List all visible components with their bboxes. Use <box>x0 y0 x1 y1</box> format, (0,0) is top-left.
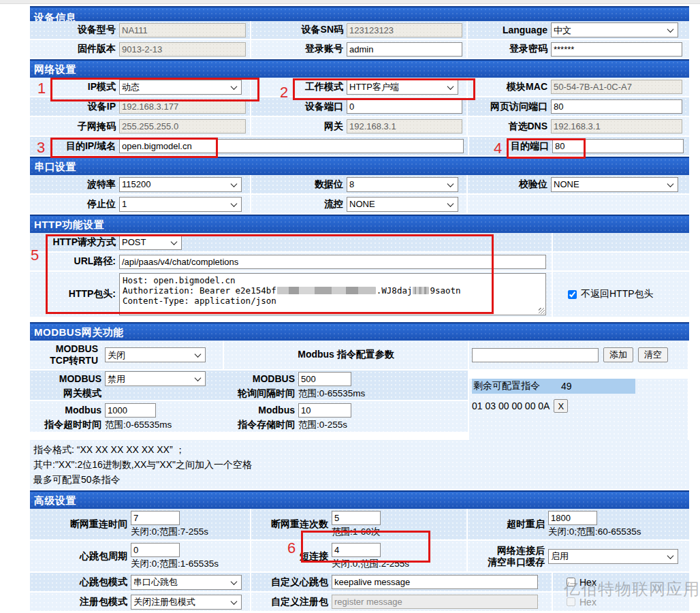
heartbeat-period-input[interactable] <box>131 543 180 557</box>
dest-port-input[interactable] <box>552 139 684 153</box>
clear-button[interactable]: 清空 <box>638 347 668 362</box>
http-header-host: Host: open.bigmodel.cn <box>123 275 543 285</box>
dns-input[interactable] <box>551 119 682 133</box>
table-row: 固件版本 登录账号 登录密码 <box>30 40 689 59</box>
ip-mode-select[interactable]: 动态 <box>119 80 242 95</box>
http-method-select[interactable]: POST <box>119 235 182 250</box>
custom-heartbeat-label: 自定义心跳包 <box>251 576 332 588</box>
modbus-cmd-config-label: Modbus 指令配置参数 <box>223 341 468 369</box>
delete-command-button[interactable]: X <box>554 399 568 413</box>
modbus-poll-label: MODBUS <box>229 373 295 385</box>
gateway-input[interactable] <box>347 119 462 133</box>
url-path-label: URL路径: <box>30 255 119 268</box>
table-row: 子网掩码 网关 首选DNS <box>30 117 689 137</box>
url-path-input[interactable] <box>119 255 546 269</box>
section-header-network: 网络设置 <box>30 59 689 78</box>
clear-cache-select[interactable]: 启用 <box>548 549 678 564</box>
module-mac-input[interactable] <box>551 80 682 94</box>
modbus-store-hint: 范围:0-255s <box>298 419 351 430</box>
modbus-command-item: 01 03 00 00 00 0A X <box>472 399 688 413</box>
subnet-mask-input[interactable] <box>119 119 246 133</box>
table-row: Modbus 指令超时时间 范围:0-65535ms Modbus 指令存储时间… <box>30 401 468 432</box>
device-model-input[interactable] <box>119 23 246 37</box>
device-config-page: 设备信息 设备型号 设备SN码 Language 中文 固件版本 登录账号 <box>0 0 700 613</box>
no-http-header-label: 不返回HTTP包头 <box>581 288 654 300</box>
data-bits-select[interactable]: 8 <box>347 177 458 192</box>
language-select[interactable]: 中文 <box>551 22 678 37</box>
table-row: 心跳包周期 关闭:0;范围:1-65535s 短连接 关闭:0;范围:2-255… <box>30 541 689 573</box>
heartbeat-period-hint: 关闭:0;范围:1-65535s <box>131 558 219 569</box>
login-password-input[interactable] <box>551 42 682 57</box>
heartbeat-period-label: 心跳包周期 <box>30 550 131 563</box>
table-row: 设备IP 设备端口 网页访问端口 <box>30 97 689 117</box>
login-account-input[interactable] <box>347 42 462 57</box>
module-mac-label: 模块MAC <box>468 81 551 93</box>
section-header-modbus: MODBUS网关功能 <box>30 322 689 341</box>
modbus-store-label2: 指令存储时间 <box>229 419 295 430</box>
timeout-restart-input[interactable] <box>548 511 597 525</box>
table-row: HTTP包头: Host: open.bigmodel.cn Authoriza… <box>30 272 689 318</box>
reconnect-count-input[interactable] <box>332 511 381 525</box>
section-header-device-info: 设备信息 <box>30 6 689 21</box>
table-row: 注册包模式 关闭注册包模式 自定义注册包 Hex <box>30 593 689 612</box>
modbus-gw-mode-label2: 网关模式 <box>30 388 101 399</box>
add-button[interactable]: 添加 <box>603 347 633 362</box>
http-headers-textarea[interactable]: Host: open.bigmodel.cn Authorization: Be… <box>119 273 546 315</box>
web-port-input[interactable] <box>551 99 682 114</box>
work-mode-select[interactable]: HTTP客户端 <box>347 80 458 95</box>
modbus-gw-mode-select[interactable]: 禁用 <box>105 371 206 386</box>
short-connection-input[interactable] <box>332 543 381 557</box>
language-label: Language <box>468 25 551 35</box>
heartbeat-hex-checkbox[interactable] <box>567 578 575 586</box>
modbus-tcp2rtu-label: MODBUSTCP转RTU <box>30 343 101 366</box>
modbus-command-panel: 剩余可配置指令 49 01 03 00 00 00 0A X <box>469 379 688 440</box>
gateway-label: 网关 <box>251 121 347 133</box>
modbus-timeout-label: Modbus <box>30 405 101 416</box>
heartbeat-mode-label: 心跳包模式 <box>30 576 131 588</box>
remaining-commands-label: 剩余可配置指令 <box>472 380 561 392</box>
no-http-header-checkbox[interactable] <box>568 290 577 299</box>
section-title: 设备信息 <box>34 7 76 21</box>
dest-ip-label: 目的IP/域名 <box>30 140 119 153</box>
stop-bits-select[interactable]: 1 <box>119 197 242 212</box>
table-row: IP模式 动态 工作模式 HTTP客户端 模块MAC <box>30 78 689 97</box>
custom-register-input[interactable] <box>332 595 538 609</box>
firmware-input[interactable] <box>119 42 246 57</box>
table-row: 添加 清空 <box>469 341 688 371</box>
reconnect-count-hint: 范围:1-60次 <box>332 526 381 537</box>
dns-label: 首选DNS <box>468 121 551 133</box>
baud-rate-label: 波特率 <box>30 178 119 191</box>
device-sn-input[interactable] <box>347 23 462 37</box>
modbus-poll-hint: 范围:0-65535ms <box>298 388 365 399</box>
table-row: 心跳包模式 串口心跳包 自定义心跳包 Hex <box>30 573 689 593</box>
heartbeat-mode-select[interactable]: 串口心跳包 <box>131 575 242 590</box>
timeout-restart-hint: 关闭:0;范围:60-65535s <box>548 526 641 537</box>
register-hex-checkbox[interactable] <box>567 597 575 606</box>
modbus-tcp2rtu-select[interactable]: 关闭 <box>105 347 206 362</box>
remaining-commands-bar: 剩余可配置指令 49 <box>472 379 635 394</box>
baud-rate-select[interactable]: 115200 <box>119 177 242 192</box>
flow-control-select[interactable]: NONE <box>347 197 458 212</box>
device-model-label: 设备型号 <box>30 24 119 36</box>
register-hex-label: Hex <box>579 597 596 608</box>
redacted-token-block <box>413 287 429 294</box>
dest-ip-input[interactable] <box>119 139 464 153</box>
login-account-label: 登录账号 <box>251 43 347 55</box>
register-mode-select[interactable]: 关闭注册包模式 <box>131 595 242 610</box>
modbus-poll-label2: 轮询间隔时间 <box>229 388 295 399</box>
device-port-label: 设备端口 <box>251 101 347 113</box>
modbus-store-input[interactable] <box>298 403 351 418</box>
modbus-timeout-input[interactable] <box>105 403 156 418</box>
note-line: 其中:"XX":2位16进制数,XX与"XX"之间加入一个空格 <box>33 457 689 472</box>
device-port-input[interactable] <box>347 99 462 114</box>
modbus-poll-input[interactable] <box>298 372 351 386</box>
device-ip-input[interactable] <box>119 99 246 114</box>
modbus-cmd-config-input[interactable] <box>472 348 599 362</box>
custom-heartbeat-input[interactable] <box>332 575 538 589</box>
table-row: MODBUSTCP转RTU 关闭 Modbus 指令配置参数 <box>30 341 468 371</box>
section-title: 网络设置 <box>34 63 76 75</box>
section-title: 高级设置 <box>34 494 76 506</box>
parity-select[interactable]: NONE <box>551 177 678 192</box>
reconnect-time-input[interactable] <box>131 511 180 525</box>
modbus-gw-mode-label: MODBUS <box>30 373 101 385</box>
